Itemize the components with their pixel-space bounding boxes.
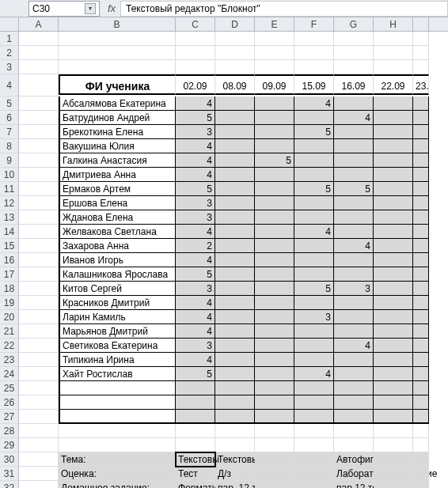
cell[interactable] <box>334 367 374 381</box>
cell[interactable]: 3 <box>176 210 215 225</box>
cell[interactable] <box>294 239 334 253</box>
cell[interactable] <box>19 424 59 438</box>
row-header[interactable]: 8 <box>0 139 19 153</box>
cell[interactable] <box>334 267 374 282</box>
cell[interactable]: Вакушина Юлия <box>59 139 176 153</box>
cell[interactable]: Автофигуры <box>334 452 374 467</box>
cell[interactable]: 09.09 <box>255 74 294 95</box>
cell[interactable] <box>255 196 294 210</box>
cell[interactable] <box>19 324 59 339</box>
cell[interactable] <box>334 168 374 182</box>
cell[interactable] <box>413 125 429 139</box>
cell[interactable] <box>413 267 429 282</box>
fx-icon[interactable]: fx <box>103 2 120 14</box>
cell[interactable]: 5 <box>255 153 294 168</box>
row-header[interactable]: 4 <box>0 74 19 96</box>
cell[interactable] <box>294 153 334 168</box>
cell[interactable] <box>215 296 255 310</box>
cell[interactable] <box>413 296 429 310</box>
cell[interactable] <box>294 32 334 46</box>
cell[interactable]: Ларин Камиль <box>59 310 176 324</box>
cell[interactable] <box>334 381 374 395</box>
cell[interactable] <box>374 452 413 467</box>
cell[interactable]: 4 <box>176 96 215 111</box>
cell[interactable] <box>19 32 59 46</box>
cell[interactable] <box>19 182 59 196</box>
cell[interactable] <box>334 225 374 239</box>
row-header[interactable]: 14 <box>0 225 19 239</box>
cell[interactable] <box>255 32 294 46</box>
cell[interactable] <box>413 96 429 111</box>
cell[interactable] <box>294 168 334 182</box>
row-header[interactable]: 15 <box>0 239 19 253</box>
cell[interactable]: 5 <box>294 125 334 139</box>
cell[interactable]: Тест <box>176 467 215 481</box>
cell[interactable] <box>334 125 374 139</box>
cell[interactable] <box>215 182 255 196</box>
cell[interactable]: 3 <box>294 310 334 324</box>
cell[interactable] <box>374 367 413 381</box>
row-header[interactable]: 23 <box>0 353 19 367</box>
cell[interactable] <box>19 210 59 225</box>
cell[interactable] <box>255 111 294 125</box>
cell[interactable] <box>294 46 334 60</box>
cell[interactable]: Красников Дмитрий <box>59 296 176 310</box>
cell[interactable] <box>255 424 294 438</box>
cell[interactable]: 5 <box>176 267 215 282</box>
cell[interactable] <box>413 367 429 381</box>
cell[interactable] <box>374 410 413 424</box>
cell[interactable]: Жданова Елена <box>59 210 176 225</box>
cell[interactable] <box>19 267 59 282</box>
cell[interactable] <box>19 253 59 267</box>
cell[interactable]: 4 <box>334 239 374 253</box>
cell[interactable] <box>19 111 59 125</box>
cell[interactable] <box>215 139 255 153</box>
cell[interactable] <box>374 353 413 367</box>
cell[interactable] <box>294 395 334 410</box>
cell[interactable] <box>255 324 294 339</box>
cell[interactable]: 5 <box>334 182 374 196</box>
cell[interactable] <box>334 210 374 225</box>
cell[interactable] <box>215 111 255 125</box>
cell[interactable] <box>215 46 255 60</box>
cell[interactable] <box>413 225 429 239</box>
cell[interactable]: Батрудинов Андрей <box>59 111 176 125</box>
cell[interactable] <box>413 452 429 467</box>
cell[interactable] <box>374 467 413 481</box>
cell[interactable] <box>215 282 255 296</box>
spreadsheet-grid[interactable]: A B C D E F G H 1234ФИ ученика02.0908.09… <box>0 17 448 488</box>
cell[interactable] <box>59 381 176 395</box>
row-header[interactable]: 28 <box>0 424 19 438</box>
row-header[interactable]: 2 <box>0 46 19 60</box>
cell[interactable]: 4 <box>294 96 334 111</box>
cell[interactable] <box>255 381 294 395</box>
cell[interactable] <box>374 395 413 410</box>
col-header[interactable]: E <box>255 17 294 31</box>
cell[interactable] <box>215 153 255 168</box>
cell[interactable] <box>19 282 59 296</box>
cell[interactable] <box>215 125 255 139</box>
row-header[interactable]: 18 <box>0 282 19 296</box>
cell[interactable] <box>215 168 255 182</box>
cell[interactable] <box>294 381 334 395</box>
cell[interactable] <box>255 282 294 296</box>
cell[interactable] <box>19 296 59 310</box>
col-header[interactable]: G <box>334 17 374 31</box>
cell[interactable] <box>413 282 429 296</box>
cell[interactable] <box>294 452 334 467</box>
cell[interactable] <box>374 111 413 125</box>
cell[interactable]: Желвакова Светлана <box>59 225 176 239</box>
cell[interactable] <box>294 324 334 339</box>
cell[interactable] <box>215 395 255 410</box>
cell[interactable] <box>255 168 294 182</box>
row-header[interactable]: 20 <box>0 310 19 324</box>
cell[interactable]: Тема: <box>59 452 176 467</box>
cell[interactable]: Галкина Анастасия <box>59 153 176 168</box>
cell[interactable] <box>374 339 413 353</box>
cell[interactable] <box>413 424 429 438</box>
col-header[interactable]: H <box>374 17 413 31</box>
cell[interactable]: 08.09 <box>215 74 255 95</box>
cell[interactable] <box>374 168 413 182</box>
cell[interactable] <box>374 46 413 60</box>
row-header[interactable]: 25 <box>0 381 19 395</box>
